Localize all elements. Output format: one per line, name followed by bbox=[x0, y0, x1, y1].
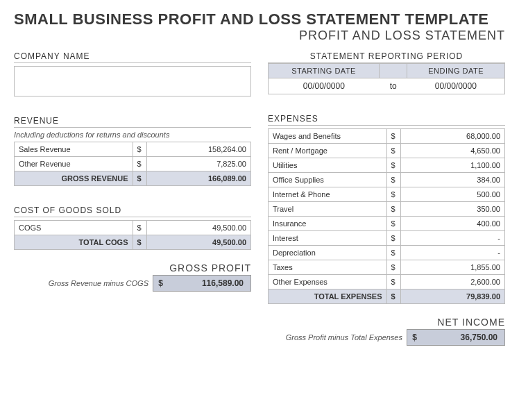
table-row: Insurance$400.00 bbox=[269, 217, 505, 231]
total-value: 166,089.00 bbox=[146, 171, 251, 186]
currency-symbol: $ bbox=[133, 157, 146, 171]
net-income-box: $ 36,750.00 bbox=[407, 329, 505, 346]
company-name-heading: COMPANY NAME bbox=[14, 51, 251, 63]
total-value: 49,500.00 bbox=[146, 235, 251, 250]
page-subtitle: PROFIT AND LOSS STATEMENT bbox=[14, 28, 505, 43]
ending-date-label: ENDING DATE bbox=[407, 64, 505, 78]
cogs-heading: COST OF GOODS SOLD bbox=[14, 205, 251, 217]
starting-date-label: STARTING DATE bbox=[269, 64, 380, 78]
row-label: Sales Revenue bbox=[15, 142, 133, 157]
row-label: Other Revenue bbox=[15, 157, 133, 171]
total-cogs-row: TOTAL COGS $ 49,500.00 bbox=[15, 235, 251, 250]
table-row: Internet & Phone$500.00 bbox=[269, 187, 505, 202]
currency-symbol: $ bbox=[133, 235, 146, 250]
net-income-note: Gross Profit minus Total Expenses bbox=[286, 333, 402, 342]
table-row: Wages and Benefits$68,000.00 bbox=[269, 129, 505, 144]
ending-date-value[interactable]: 00/00/0000 bbox=[407, 78, 505, 94]
currency-symbol: $ bbox=[133, 221, 146, 235]
total-label: TOTAL EXPENSES bbox=[269, 289, 387, 304]
table-row: COGS $ 49,500.00 bbox=[15, 221, 251, 235]
table-row: Taxes$1,855.00 bbox=[269, 260, 505, 275]
period-table: STARTING DATE ENDING DATE 00/00/0000 to … bbox=[268, 63, 505, 94]
page-title: SMALL BUSINESS PROFIT AND LOSS STATEMENT… bbox=[14, 10, 505, 28]
gross-profit-title: GROSS PROFIT bbox=[14, 262, 251, 274]
revenue-heading: REVENUE bbox=[14, 116, 251, 128]
currency-symbol: $ bbox=[133, 171, 146, 186]
company-name-input[interactable] bbox=[14, 66, 251, 96]
expenses-heading: EXPENSES bbox=[268, 114, 505, 126]
table-row: Depreciation$- bbox=[269, 246, 505, 260]
total-label: GROSS REVENUE bbox=[15, 171, 133, 186]
row-label: COGS bbox=[15, 221, 133, 235]
table-row: Rent / Mortgage$4,650.00 bbox=[269, 144, 505, 158]
gross-profit-box: $ 116,589.00 bbox=[153, 275, 251, 292]
total-value: 79,839.00 bbox=[400, 289, 505, 304]
revenue-table: Sales Revenue $ 158,264.00 Other Revenue… bbox=[14, 142, 251, 186]
currency-symbol: $ bbox=[407, 330, 421, 345]
gross-profit-note: Gross Revenue minus COGS bbox=[49, 279, 148, 287]
to-label: to bbox=[380, 78, 407, 94]
row-value: 7,825.00 bbox=[146, 157, 251, 171]
expenses-table: Wages and Benefits$68,000.00 Rent / Mort… bbox=[268, 128, 505, 304]
total-label: TOTAL COGS bbox=[15, 235, 133, 250]
table-row: Interest$- bbox=[269, 231, 505, 246]
currency-symbol: $ bbox=[386, 289, 400, 304]
table-row: Sales Revenue $ 158,264.00 bbox=[15, 142, 251, 157]
row-value: 158,264.00 bbox=[146, 142, 251, 157]
revenue-note: Including deductions for returns and dis… bbox=[14, 131, 251, 139]
gross-profit-value: 116,589.00 bbox=[167, 276, 250, 291]
row-value: 49,500.00 bbox=[146, 221, 251, 235]
table-row: Office Supplies$384.00 bbox=[269, 173, 505, 187]
net-income-title: NET INCOME bbox=[268, 317, 505, 328]
currency-symbol: $ bbox=[133, 142, 146, 157]
table-row: Travel$350.00 bbox=[269, 202, 505, 217]
starting-date-value[interactable]: 00/00/0000 bbox=[269, 78, 380, 94]
currency-symbol: $ bbox=[153, 276, 167, 291]
net-income-value: 36,750.00 bbox=[421, 330, 504, 345]
cogs-table: COGS $ 49,500.00 TOTAL COGS $ 49,500.00 bbox=[14, 220, 251, 250]
table-row: Other Revenue $ 7,825.00 bbox=[15, 157, 251, 171]
table-row: Utilities$1,100.00 bbox=[269, 158, 505, 173]
total-expenses-row: TOTAL EXPENSES $ 79,839.00 bbox=[269, 289, 505, 304]
table-row: Other Expenses$2,600.00 bbox=[269, 275, 505, 289]
period-heading: STATEMENT REPORTING PERIOD bbox=[268, 51, 505, 63]
gross-revenue-row: GROSS REVENUE $ 166,089.00 bbox=[15, 171, 251, 186]
